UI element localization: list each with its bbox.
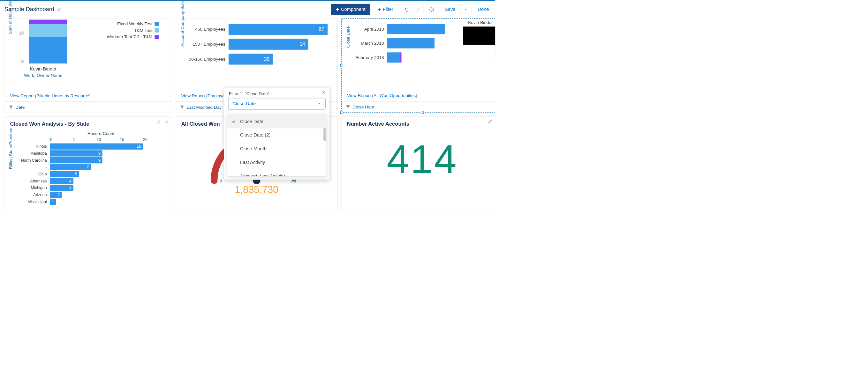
card-closed-won-state[interactable]: Closed Won Analysis - By State Billing S… [4, 116, 172, 210]
view-report-link[interactable]: View Report (Billable Hours by Resource) [4, 90, 172, 102]
add-filter-button[interactable]: + Filter [373, 4, 398, 15]
legend-swatch [155, 35, 159, 39]
save-label: Save [445, 7, 456, 12]
card-billable-hours[interactable]: Sum of Hours (Numb 20 0 Kevi [4, 18, 172, 113]
bar-row: April 2018 [352, 24, 450, 34]
topbar: Sample Dashboard + Component + Filter Sa… [0, 0, 495, 18]
x-ticks: 0 5 10 15 20 [14, 137, 166, 142]
settings-button[interactable] [426, 4, 437, 15]
legend-label: Kevin Binder [468, 20, 493, 25]
bar-label: March 2018 [352, 41, 387, 46]
bar-fill: 4 [50, 185, 73, 191]
bar-fill: 4 [50, 178, 73, 184]
bar-row: 150+ Employees54 [187, 39, 332, 50]
resize-handle-left[interactable] [340, 64, 343, 67]
bar-row: North Carolina9 [14, 157, 166, 163]
menu-item[interactable]: Account: Last Activity [227, 169, 326, 176]
bar-fill: 7 [50, 164, 91, 170]
menu-item-label: Last Activity [240, 160, 265, 165]
y-tick: 0 [21, 59, 24, 64]
bar-row: Ohio5 [14, 171, 166, 177]
bar-label: North Carolina [14, 158, 50, 163]
bar-label: Mississippi [14, 199, 50, 204]
menu-item-label: Account: Last Activity [240, 173, 285, 176]
toolbar: + Component + Filter Save Done [331, 4, 491, 15]
bar-row: Manitoba9 [14, 150, 166, 156]
legend-swatch [495, 21, 495, 25]
edit-icon[interactable] [156, 120, 161, 124]
legend-swatch [495, 45, 495, 50]
bar-label: Michigan [14, 186, 50, 191]
metric-value: 414 [347, 131, 495, 182]
menu-item-label: Close Date [240, 119, 264, 124]
close-icon[interactable] [164, 120, 169, 124]
undo-button[interactable] [401, 4, 412, 15]
funnel-icon [180, 105, 185, 110]
bar-row: Arkansas4 [14, 178, 166, 184]
legend-label: T&M Test [134, 28, 153, 33]
menu-item[interactable]: Close Month [227, 142, 326, 156]
bar-fill: 2 [50, 192, 62, 198]
y-axis-label: Billing State/Province [8, 128, 13, 169]
y-axis-label: Close Date [346, 26, 351, 48]
filter-label[interactable]: Date [15, 105, 25, 110]
bar-label: Arkansas [14, 178, 50, 183]
legend-swatch [155, 28, 159, 33]
legend-swatch [155, 22, 159, 26]
bar-fill: 30 [228, 54, 273, 64]
resize-handle-bl[interactable] [340, 111, 343, 114]
filter-field-combobox[interactable]: Close Date [228, 98, 326, 109]
card-active-accounts[interactable]: Number Active Accounts 414 [341, 116, 495, 210]
menu-item[interactable]: Last Activity [227, 156, 326, 169]
resize-handle-bottom[interactable] [421, 111, 424, 114]
card-title: Number Active Accounts [342, 117, 495, 130]
add-component-button[interactable]: + Component [331, 4, 370, 15]
bar-row: <50 Employees67 [187, 24, 332, 35]
funnel-icon [9, 105, 13, 110]
bar-fill: 67 [228, 24, 328, 35]
combobox-menu: Close Date Close Date (2) Close Month La… [227, 114, 326, 176]
y-axis-label: Sum of Hours (Numb [7, 0, 12, 34]
bar-label: - [14, 165, 50, 170]
x-axis-title: Work: Owner Name [10, 73, 67, 78]
bar-row: Illinois16 [14, 143, 166, 149]
combobox-value: Close Date [232, 101, 256, 106]
bar-row: Arizona2 [14, 192, 166, 198]
funnel-icon [346, 105, 350, 109]
bar-label: Ohio [14, 172, 50, 177]
popover-label: Filter 1: "Close Date" [224, 91, 330, 98]
menu-item-label: Close Month [240, 146, 267, 152]
filter-label[interactable]: Close Date [352, 104, 374, 109]
menu-item[interactable]: Close Date (2) [227, 128, 326, 142]
x-axis-title: Record Count [14, 131, 166, 136]
bar-row: Michigan4 [14, 185, 166, 191]
legend-swatch [495, 57, 495, 61]
edit-title-icon[interactable] [57, 7, 61, 12]
bar-fill: 54 [228, 39, 308, 50]
menu-item[interactable]: Close Date [227, 114, 326, 128]
view-report-link[interactable]: View Report (All Won Opportunities) [342, 90, 495, 101]
bar-seg-workato [29, 20, 67, 24]
bar-label: 150+ Employees [187, 42, 228, 47]
bar-label: 50-150 Employees [187, 57, 228, 62]
save-dropdown-button[interactable] [460, 4, 471, 15]
redo-button[interactable] [412, 4, 423, 15]
menu-item-label: Close Date (2) [240, 132, 271, 138]
legend-label: Workato Test 7.3 - T&M [106, 34, 152, 39]
bar-label: <50 Employees [187, 27, 228, 32]
edit-icon[interactable] [488, 120, 492, 124]
close-icon[interactable] [321, 90, 326, 95]
card-won-opportunities[interactable]: Close Date April 2018March 2018February … [341, 18, 495, 113]
svg-point-0 [431, 9, 432, 10]
redacted-box [463, 27, 495, 45]
filter-label[interactable]: Last Modified Day [187, 105, 222, 110]
done-link[interactable]: Done [474, 7, 491, 12]
legend-label: Fixed Weekly Test [117, 21, 153, 27]
bar-label: April 2018 [352, 27, 387, 32]
bar-fill: 9 [50, 157, 102, 163]
chevron-down-icon [317, 102, 321, 106]
y-tick: 20 [19, 31, 24, 35]
add-filter-label: Filter [383, 7, 393, 12]
check-icon [232, 119, 236, 124]
save-button[interactable]: Save [440, 4, 460, 15]
